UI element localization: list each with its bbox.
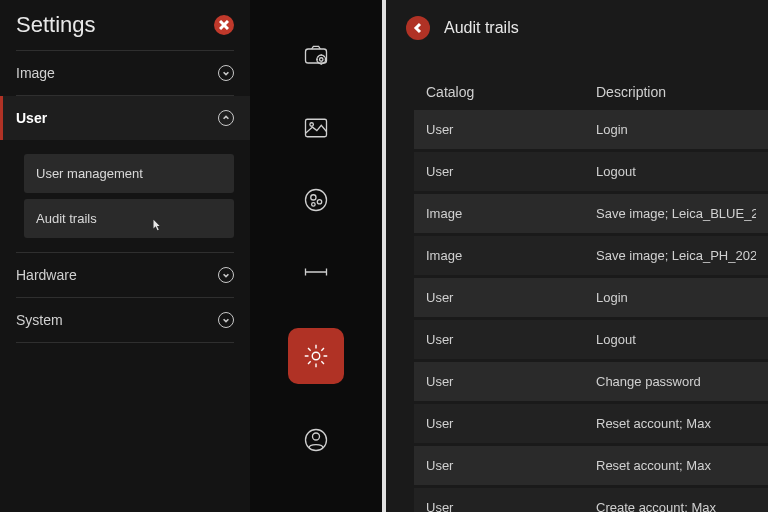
cell-catalog: User: [426, 122, 596, 137]
cell-description: Save image; Leica_PH_2024-: [596, 248, 756, 263]
svg-point-8: [312, 203, 316, 207]
cell-catalog: User: [426, 290, 596, 305]
svg-point-2: [320, 58, 324, 62]
svg-point-6: [311, 195, 316, 200]
gear-icon[interactable]: [288, 328, 344, 384]
table-row[interactable]: ImageSave image; Leica_BLUE_2024: [414, 194, 768, 233]
cell-description: Logout: [596, 164, 756, 179]
cell-description: Reset account; Max: [596, 458, 756, 473]
subitem-user-management-label: User management: [36, 166, 143, 181]
section-user-header[interactable]: User: [0, 96, 250, 140]
table-row[interactable]: UserCreate account; Max: [414, 488, 768, 512]
cell-description: Change password: [596, 374, 756, 389]
table-row[interactable]: UserLogin: [414, 110, 768, 149]
cell-description: Login: [596, 290, 756, 305]
svg-point-5: [306, 190, 327, 211]
table-row[interactable]: UserReset account; Max: [414, 446, 768, 485]
svg-point-4: [310, 123, 314, 127]
icon-rail: [250, 0, 382, 512]
section-system-label: System: [16, 312, 63, 328]
table-row[interactable]: UserChange password: [414, 362, 768, 401]
table-header: Catalog Description: [414, 74, 768, 110]
cell-catalog: User: [426, 374, 596, 389]
section-image: Image: [16, 51, 234, 96]
app-root: Settings Image User: [0, 0, 768, 512]
close-icon: [219, 20, 229, 30]
column-description: Description: [596, 84, 756, 100]
subitem-audit-trails-label: Audit trails: [36, 211, 97, 226]
section-user-label: User: [16, 110, 47, 126]
column-catalog: Catalog: [426, 84, 596, 100]
cell-catalog: User: [426, 332, 596, 347]
back-button[interactable]: [406, 16, 430, 40]
audit-table: Catalog Description UserLoginUserLogoutI…: [386, 56, 768, 512]
cell-catalog: User: [426, 500, 596, 512]
section-system: System: [16, 298, 234, 343]
close-button[interactable]: [214, 15, 234, 35]
table-row[interactable]: ImageSave image; Leica_PH_2024-: [414, 236, 768, 275]
cell-description: Logout: [596, 332, 756, 347]
chevron-left-icon: [412, 22, 424, 34]
table-row[interactable]: UserLogout: [414, 320, 768, 359]
cell-catalog: User: [426, 416, 596, 431]
settings-panel: Settings Image User: [0, 0, 250, 512]
settings-title: Settings: [16, 12, 96, 38]
svg-point-9: [312, 352, 320, 360]
cursor-icon: [150, 218, 164, 232]
cells-icon[interactable]: [300, 184, 332, 216]
chevron-up-icon: [218, 110, 234, 126]
subitem-audit-trails[interactable]: Audit trails: [24, 199, 234, 238]
section-hardware-header[interactable]: Hardware: [16, 253, 234, 297]
section-user: User User management Audit trails: [16, 96, 234, 253]
cell-catalog: User: [426, 164, 596, 179]
cell-catalog: User: [426, 458, 596, 473]
ruler-icon[interactable]: [300, 256, 332, 288]
cell-catalog: Image: [426, 248, 596, 263]
chevron-down-icon: [218, 312, 234, 328]
audit-title: Audit trails: [444, 19, 519, 37]
audit-header: Audit trails: [386, 0, 768, 56]
section-system-header[interactable]: System: [16, 298, 234, 342]
chevron-down-icon: [218, 267, 234, 283]
image-icon[interactable]: [300, 112, 332, 144]
cell-description: Save image; Leica_BLUE_2024: [596, 206, 756, 221]
chevron-down-icon: [218, 65, 234, 81]
section-user-children: User management Audit trails: [16, 140, 234, 252]
table-row[interactable]: UserLogin: [414, 278, 768, 317]
settings-header: Settings: [16, 12, 234, 51]
cell-description: Reset account; Max: [596, 416, 756, 431]
profile-icon[interactable]: [300, 424, 332, 456]
svg-point-11: [313, 433, 320, 440]
section-image-header[interactable]: Image: [16, 51, 234, 95]
cell-description: Login: [596, 122, 756, 137]
table-row[interactable]: UserLogout: [414, 152, 768, 191]
table-row[interactable]: UserReset account; Max: [414, 404, 768, 443]
subitem-user-management[interactable]: User management: [24, 154, 234, 193]
cell-description: Create account; Max: [596, 500, 756, 512]
section-hardware: Hardware: [16, 253, 234, 298]
camera-settings-icon[interactable]: [300, 40, 332, 72]
section-image-label: Image: [16, 65, 55, 81]
table-body: UserLoginUserLogoutImageSave image; Leic…: [414, 110, 768, 512]
cell-catalog: Image: [426, 206, 596, 221]
svg-point-7: [317, 200, 321, 204]
section-hardware-label: Hardware: [16, 267, 77, 283]
audit-panel: Audit trails Catalog Description UserLog…: [386, 0, 768, 512]
